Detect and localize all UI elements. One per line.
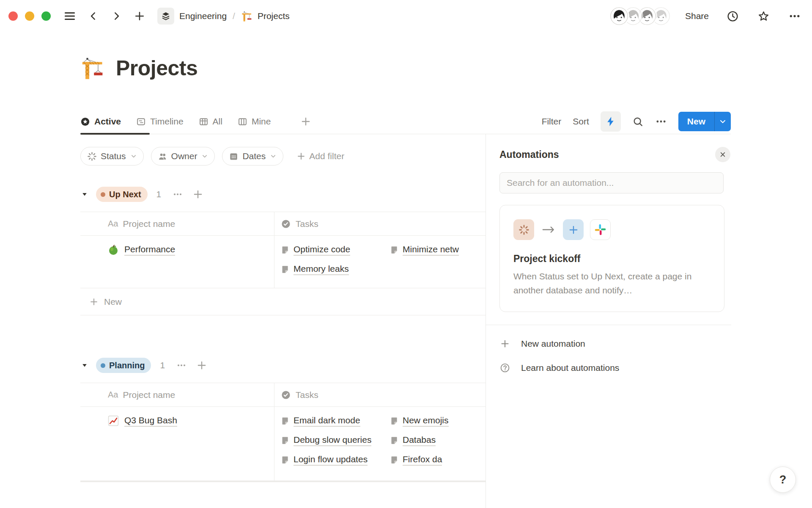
window-controls [8, 11, 51, 21]
people-icon [158, 152, 167, 161]
crane-icon [241, 11, 252, 22]
group-header-planning: Planning 1 [80, 358, 207, 373]
tab-timeline[interactable]: Timeline [136, 116, 184, 127]
page-crane-icon[interactable] [80, 56, 105, 80]
add-view-button[interactable] [300, 116, 311, 127]
status-dot [101, 363, 105, 368]
teamspace-icon[interactable] [157, 8, 174, 25]
group-more-button[interactable] [176, 360, 187, 370]
project-link[interactable]: Performance [124, 244, 175, 256]
new-split-button: New [678, 112, 731, 131]
notion-window: Engineering / Projects Share Projects [0, 0, 812, 508]
new-automation-button[interactable]: New automation [499, 335, 721, 352]
group-add-button[interactable] [192, 189, 203, 200]
column-label: Project name [123, 219, 175, 229]
column-label: Tasks [296, 219, 318, 229]
filter-chip-status[interactable]: Status [80, 147, 144, 166]
group-header-up-next: Up Next 1 [80, 187, 203, 202]
group-name: Up Next [109, 190, 141, 199]
plus-icon [89, 297, 99, 306]
automation-search-input[interactable] [499, 172, 724, 193]
tab-label: Timeline [150, 116, 184, 127]
window-titlebar: Engineering / Projects Share [0, 0, 812, 32]
text-type-icon: Aa [108, 219, 118, 229]
new-button[interactable]: New [678, 112, 714, 131]
page-title[interactable]: Projects [116, 56, 198, 80]
project-name-cell[interactable]: Performance [80, 236, 274, 288]
minimize-window-button[interactable] [25, 11, 34, 21]
breadcrumb-page[interactable]: Projects [258, 11, 290, 21]
panel-title: Automations [499, 149, 559, 160]
group-more-button[interactable] [173, 189, 183, 199]
new-tab-button[interactable] [134, 10, 145, 22]
group-badge[interactable]: Planning [96, 358, 151, 373]
check-circle-icon [281, 390, 291, 400]
active-tab-underline [80, 133, 150, 135]
group-count: 1 [156, 189, 162, 199]
green-apple-icon [107, 244, 119, 256]
close-window-button[interactable] [8, 11, 18, 21]
search-icon[interactable] [632, 116, 644, 127]
automation-card[interactable]: Project kickoff When Status set to Up Ne… [499, 205, 724, 312]
avatar[interactable] [610, 7, 628, 25]
breadcrumb-workspace[interactable]: Engineering [179, 11, 227, 21]
panel-divider [486, 325, 731, 325]
close-panel-button[interactable] [715, 147, 730, 162]
share-button[interactable]: Share [685, 11, 709, 21]
page-icon [281, 436, 290, 445]
timeline-icon [136, 117, 146, 127]
task-link[interactable]: Email dark mode [281, 415, 390, 427]
filter-button[interactable]: Filter [542, 116, 562, 127]
column-header-project-name[interactable]: Aa Project name [80, 212, 274, 235]
project-link[interactable]: Q3 Bug Bash [124, 415, 177, 427]
zoom-window-button[interactable] [41, 11, 51, 21]
navigate-back-button[interactable] [88, 11, 99, 22]
task-link[interactable]: Memory leaks [281, 264, 390, 275]
more-options-button[interactable] [788, 10, 801, 22]
filter-bar: Status Owner Dates Add filter [80, 147, 344, 166]
page-header: Projects [80, 56, 198, 80]
new-automation-label: New automation [521, 339, 585, 349]
text-type-icon: Aa [108, 390, 118, 400]
titlebar-actions: Share [610, 7, 801, 25]
sort-button[interactable]: Sort [573, 116, 589, 127]
board-icon [238, 117, 247, 127]
sidebar-toggle-button[interactable] [63, 10, 76, 22]
page-icon [281, 417, 290, 425]
collapse-triangle-icon[interactable] [80, 190, 89, 199]
group-count: 1 [160, 360, 165, 370]
project-name-cell[interactable]: Q3 Bug Bash [80, 407, 274, 480]
favorite-star-button[interactable] [757, 10, 770, 22]
navigate-forward-button[interactable] [111, 11, 122, 22]
new-button-dropdown[interactable] [715, 112, 731, 131]
task-link[interactable]: Login flow updates [281, 454, 390, 466]
column-label: Project name [123, 390, 175, 400]
tab-mine[interactable]: Mine [238, 116, 271, 127]
help-button[interactable]: ? [770, 467, 796, 493]
column-header-project-name[interactable]: Aa Project name [80, 383, 274, 406]
tab-active[interactable]: Active [80, 116, 121, 127]
view-options-icon[interactable] [655, 116, 667, 127]
task-link[interactable]: Optimize code [281, 244, 390, 256]
chip-label: Owner [171, 151, 198, 161]
group-badge[interactable]: Up Next [96, 187, 148, 202]
plus-icon [296, 152, 306, 161]
page-icon [281, 265, 290, 274]
learn-about-automations-button[interactable]: Learn about automations [499, 359, 721, 376]
collapse-triangle-icon[interactable] [80, 361, 89, 370]
filter-chip-owner[interactable]: Owner [151, 147, 215, 166]
add-filter-button[interactable]: Add filter [296, 151, 344, 161]
updates-clock-button[interactable] [727, 10, 739, 22]
automations-bolt-button[interactable] [601, 111, 621, 132]
group-name: Planning [109, 361, 145, 370]
add-filter-label: Add filter [309, 151, 344, 161]
view-tabbar: Active Timeline All Mine Filter Sort [80, 109, 731, 134]
group-add-button[interactable] [196, 360, 207, 371]
tab-label: All [213, 116, 222, 127]
collaborator-avatars [610, 7, 670, 25]
task-link[interactable]: Debug slow queries [281, 435, 390, 446]
page-icon [390, 456, 399, 464]
tab-all[interactable]: All [199, 116, 222, 127]
filter-chip-dates[interactable]: Dates [222, 147, 283, 166]
page-icon [390, 246, 399, 254]
